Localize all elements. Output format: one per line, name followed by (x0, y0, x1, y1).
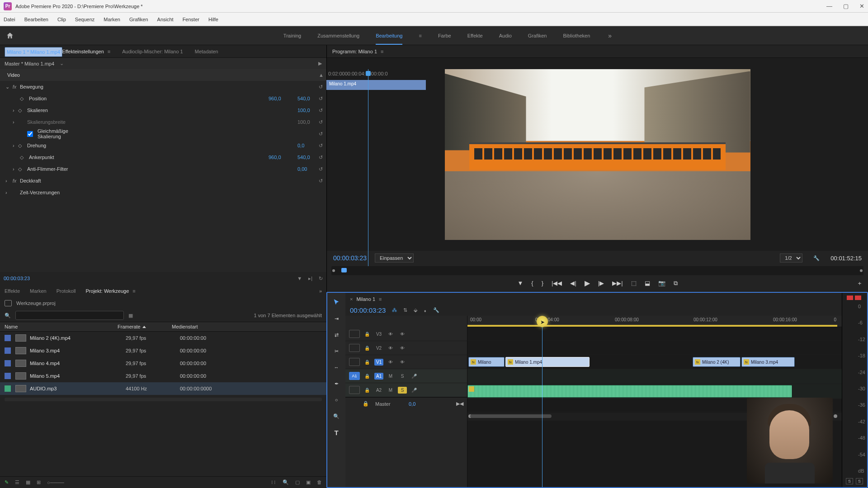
razor-tool[interactable]: ✂ (331, 346, 341, 356)
ec-playhead[interactable] (368, 69, 368, 272)
col-framerate[interactable]: Framerate (118, 324, 172, 329)
loop-icon[interactable]: ↻ (319, 276, 323, 282)
ripple-edit-tool[interactable]: ⇄ (331, 330, 341, 340)
keyframe-toggle[interactable]: ◇ (18, 108, 25, 113)
step-icon[interactable]: ▸| (308, 276, 312, 282)
export-frame-icon[interactable]: 📷 (658, 280, 665, 286)
tab-effekte[interactable]: Effekte (5, 288, 20, 294)
menu-sequenz[interactable]: Sequenz (75, 17, 94, 22)
expand-icon[interactable]: › (13, 166, 18, 172)
track-lane-v2[interactable] (467, 341, 842, 355)
step-forward-icon[interactable]: |▶ (598, 280, 604, 286)
marker-icon[interactable]: ⬙ (414, 307, 417, 313)
tab-audio-mixer[interactable]: Audioclip-Mischer: Milano 1 (122, 49, 183, 54)
storyboard-icon[interactable]: ▦ (128, 313, 133, 319)
menu-marken[interactable]: Marken (104, 17, 120, 22)
master-value[interactable]: 0,0 (409, 401, 415, 407)
go-to-out-icon[interactable]: ▶▶| (612, 280, 623, 286)
expand-icon[interactable]: › (13, 143, 18, 148)
collapse-up-icon[interactable]: ▲ (319, 72, 324, 78)
menu-fenster[interactable]: Fenster (183, 17, 199, 22)
sort-icon[interactable]: ⫶⫶ (271, 479, 276, 485)
ec-clip-label[interactable]: Milano 1 * Milano 1.mp4 (5, 47, 62, 57)
filter-icon[interactable]: ▼ (297, 276, 302, 282)
menu-bearbeiten[interactable]: Bearbeiten (24, 17, 48, 22)
timeline-playhead[interactable]: ➤ (542, 316, 542, 487)
fx-badge[interactable]: fx (11, 84, 18, 89)
expand-icon[interactable]: › (5, 178, 11, 183)
trash-icon[interactable]: 🗑 (317, 479, 322, 485)
type-tool[interactable]: T (331, 427, 341, 437)
reset-icon[interactable]: ↺ (319, 143, 323, 149)
track-lane-a2[interactable] (467, 384, 842, 399)
workspace-zusammenstellung[interactable]: Zusammenstellung (317, 33, 359, 38)
close-sequence-icon[interactable]: × (350, 296, 353, 302)
tab-protokoll[interactable]: Protokoll (57, 288, 76, 294)
wrench-icon[interactable]: 🔧 (433, 307, 439, 313)
rectangle-tool[interactable]: ○ (331, 395, 341, 405)
keyframe-toggle[interactable]: ◇ (18, 143, 25, 149)
prop-bewegung[interactable]: Bewegung (18, 84, 326, 89)
track-lane-v3[interactable] (467, 327, 842, 341)
settings-icon[interactable]: ⬧ (424, 308, 427, 313)
expand-icon[interactable]: ⌄ (5, 84, 11, 90)
resolution-dropdown[interactable]: 1/2 (780, 253, 802, 263)
expand-icon[interactable]: › (5, 190, 11, 195)
project-item[interactable]: Milano 3.mp429,97 fps00:00:00:00 (0, 344, 326, 357)
window-minimize[interactable]: — (826, 3, 832, 9)
prop-zeit[interactable]: Zeit-Verzerrungen (18, 190, 326, 195)
reset-icon[interactable]: ↺ (319, 84, 323, 90)
timeline-ruler[interactable]: 00:00 00:00:04:00 00:00:08:00 00:00:12:0… (467, 316, 842, 327)
workspace-effekte[interactable]: Effekte (467, 33, 483, 38)
workspace-overflow-icon[interactable]: » (608, 32, 612, 39)
go-to-in-icon[interactable]: |◀◀ (552, 280, 562, 286)
step-back-icon[interactable]: ◀| (570, 280, 576, 286)
expand-icon[interactable]: › (13, 108, 18, 113)
workspace-bearbeitung[interactable]: Bearbeitung (376, 33, 402, 45)
track-a1[interactable]: A1 (374, 373, 383, 380)
tab-effect-controls[interactable]: Effekteinstellungen (62, 49, 104, 54)
position-x[interactable]: 960,0 (269, 96, 297, 101)
reset-icon[interactable]: ↺ (319, 131, 323, 137)
keyframe-toggle[interactable]: ◇ (20, 155, 27, 160)
bin-icon[interactable] (5, 300, 12, 306)
mark-in-icon[interactable]: { (531, 280, 533, 286)
clip-milano3[interactable]: fxMilano 3.mp4 (741, 357, 795, 367)
fx-badge[interactable]: fx (11, 178, 18, 183)
track-lane-v1[interactable]: fxMilano fxMilano 1.mp4 fxMilano 2 (4K) … (467, 355, 842, 369)
track-a2[interactable]: A2 (374, 388, 383, 393)
hand-tool[interactable]: 🔍 (331, 411, 341, 421)
pencil-icon[interactable]: ✎ (5, 479, 9, 485)
track-v2[interactable]: V2 (374, 346, 383, 351)
selection-tool[interactable] (331, 297, 341, 307)
clip-milano[interactable]: fxMilano (468, 357, 505, 367)
pen-tool[interactable]: ✒ (331, 379, 341, 389)
project-item[interactable]: Milano 5.mp429,97 fps00:00:00:00 (0, 370, 326, 382)
ec-clip-bar[interactable]: Milano 1.mp4 (326, 80, 426, 90)
project-item[interactable]: Milano 2 (4K).mp429,97 fps00:00:00:00 (0, 332, 326, 344)
window-close[interactable]: ✕ (859, 3, 864, 9)
list-view-icon[interactable]: ☰ (15, 479, 19, 485)
reset-icon[interactable]: ↺ (319, 166, 323, 172)
prop-deckkraft[interactable]: Deckkraft (18, 178, 326, 183)
workspace-training[interactable]: Training (283, 33, 301, 38)
menu-clip[interactable]: Clip (57, 17, 66, 22)
ec-master-label[interactable]: Master * Milano 1.mp4 (5, 61, 54, 66)
project-scrollbar[interactable] (5, 398, 322, 401)
icon-view-icon[interactable]: ▦ (26, 479, 30, 485)
menu-datei[interactable]: Datei (4, 17, 15, 22)
play-icon[interactable]: ▶ (318, 61, 322, 66)
chevron-down-icon[interactable]: ⌄ (60, 61, 64, 66)
tab-marken[interactable]: Marken (30, 288, 47, 294)
tab-metadata[interactable]: Metadaten (195, 49, 218, 54)
reset-icon[interactable]: ↺ (319, 119, 323, 125)
workspace-grafiken[interactable]: Grafiken (528, 33, 547, 38)
menu-grafiken[interactable]: Grafiken (129, 17, 148, 22)
track-v3[interactable]: V3 (374, 332, 383, 337)
reset-icon[interactable]: ↺ (319, 96, 323, 102)
project-item[interactable]: Milano 4.mp429,97 fps00:00:00:00 (0, 357, 326, 370)
mark-out-icon[interactable]: } (542, 280, 543, 286)
track-select-tool[interactable]: ⇥ (331, 314, 341, 324)
linked-selection-icon[interactable]: ⇅ (403, 307, 407, 313)
button-editor-icon[interactable]: ＋ (857, 279, 863, 287)
